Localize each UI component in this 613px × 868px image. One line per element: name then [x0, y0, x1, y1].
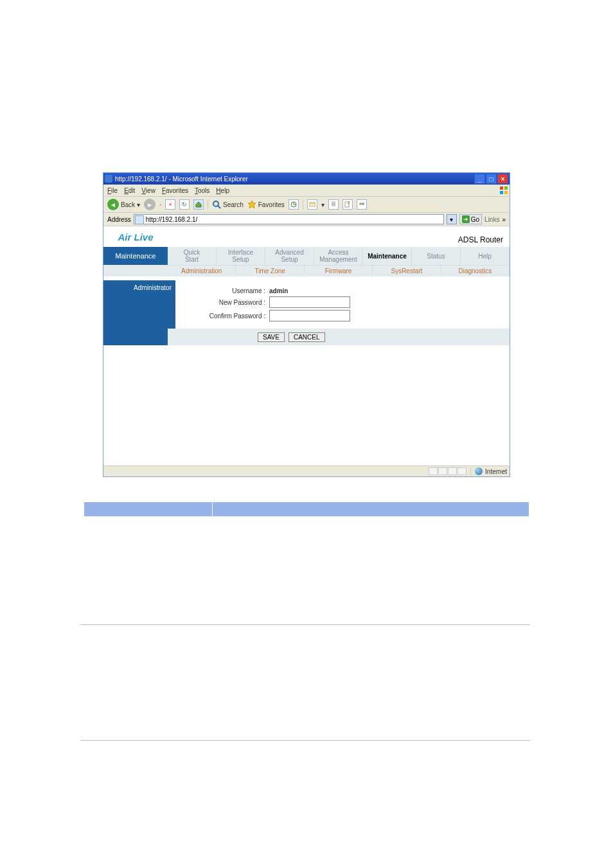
status-segments	[429, 467, 466, 475]
print-icon	[330, 201, 337, 208]
back-icon: ◄	[107, 199, 119, 210]
menu-file[interactable]: File	[107, 187, 118, 194]
window-titlebar: http://192.168.2.1/ - Microsoft Internet…	[103, 173, 510, 185]
chevron-right-icon[interactable]: »	[502, 216, 506, 223]
tab-interface-setup[interactable]: Interface Setup	[217, 247, 265, 265]
history-button[interactable]	[289, 199, 299, 210]
links-label[interactable]: Links	[484, 216, 499, 223]
brand-logo: Air Live	[103, 226, 168, 247]
menu-tools[interactable]: Tools	[195, 187, 209, 194]
svg-line-5	[218, 206, 220, 208]
go-arrow-icon: ➜	[462, 215, 470, 223]
save-button[interactable]: SAVE	[258, 332, 285, 342]
svg-rect-3	[504, 191, 508, 194]
menu-help[interactable]: Help	[216, 187, 229, 194]
maximize-button[interactable]: □	[486, 174, 497, 184]
sub-tabs: Administration Time Zone Firmware SysRes…	[168, 265, 510, 276]
confirm-password-input[interactable]	[269, 310, 350, 321]
forward-button[interactable]: ►	[144, 199, 155, 210]
subtab-diagnostics[interactable]: Diagnostics	[441, 266, 510, 276]
refresh-button[interactable]: ↻	[179, 199, 190, 210]
discuss-icon	[359, 201, 365, 208]
search-button[interactable]: Search	[212, 200, 244, 209]
subtab-firmware[interactable]: Firmware	[305, 266, 373, 276]
internet-zone-icon	[475, 467, 483, 475]
tab-access-management[interactable]: Access Management	[314, 247, 363, 265]
username-value: admin	[269, 287, 288, 294]
new-password-input[interactable]	[269, 296, 350, 308]
main-tabs: Quick Start Interface Setup Advanced Set…	[168, 247, 510, 265]
product-name: ADSL Router	[168, 226, 510, 247]
tab-maintenance[interactable]: Maintenance	[363, 247, 412, 265]
close-button[interactable]: ×	[497, 174, 508, 184]
svg-point-13	[362, 203, 364, 205]
chevron-down-icon[interactable]: ▾	[321, 201, 324, 208]
menu-edit[interactable]: Edit	[124, 187, 135, 194]
subtab-administration[interactable]: Administration	[168, 266, 236, 276]
admin-form: Username : admin New Password : Confirm …	[175, 280, 510, 329]
tab-help[interactable]: Help	[461, 247, 510, 265]
address-input[interactable]	[134, 214, 444, 224]
section-title: Maintenance	[103, 247, 168, 265]
search-icon	[212, 200, 221, 209]
address-bar: Address ▾ ➜ Go Links »	[103, 213, 510, 226]
svg-point-12	[359, 203, 362, 205]
go-button[interactable]: ➜ Go	[459, 214, 482, 224]
windows-logo-icon	[499, 186, 508, 195]
svg-rect-1	[504, 186, 508, 190]
username-label: Username :	[188, 287, 269, 294]
svg-rect-0	[500, 186, 503, 190]
address-label: Address	[107, 216, 131, 223]
status-bar: Internet	[103, 466, 510, 476]
tab-quick-start[interactable]: Quick Start	[168, 247, 217, 265]
confirm-password-label: Confirm Password :	[188, 312, 269, 320]
separator	[208, 199, 208, 210]
edit-icon	[344, 201, 351, 208]
subtab-sysrestart[interactable]: SysRestart	[373, 266, 441, 276]
page-icon	[135, 215, 144, 224]
stop-button[interactable]: ×	[165, 199, 175, 210]
horizontal-rule	[80, 740, 530, 741]
mail-button[interactable]	[307, 199, 317, 210]
history-icon	[290, 201, 297, 208]
subtab-time-zone[interactable]: Time Zone	[236, 266, 304, 276]
menu-favorites[interactable]: Favorites	[162, 187, 188, 194]
star-icon	[247, 200, 256, 209]
page-content: Air Live ADSL Router Maintenance Quick S…	[103, 226, 510, 466]
edit-button[interactable]	[342, 199, 353, 210]
address-dropdown-icon[interactable]: ▾	[447, 214, 457, 224]
svg-rect-2	[500, 191, 503, 194]
svg-rect-8	[332, 204, 335, 206]
home-button[interactable]	[193, 199, 204, 210]
tab-status[interactable]: Status	[412, 247, 461, 265]
browser-window: http://192.168.2.1/ - Microsoft Internet…	[103, 172, 510, 477]
menu-view[interactable]: View	[141, 187, 155, 194]
tab-advanced-setup[interactable]: Advanced Setup	[265, 247, 314, 265]
table-header-cell	[213, 502, 529, 517]
svg-point-4	[213, 201, 218, 206]
separator: ·	[159, 201, 161, 208]
home-icon	[195, 201, 202, 208]
chevron-down-icon: ▾	[137, 201, 140, 208]
minimize-button[interactable]: _	[474, 174, 485, 184]
svg-rect-9	[332, 202, 335, 204]
doc-table	[84, 502, 529, 570]
discuss-button[interactable]	[357, 199, 367, 210]
ie-icon	[105, 175, 112, 183]
favorites-button[interactable]: Favorites	[247, 200, 285, 209]
panel-title: Administrator	[103, 280, 175, 329]
mail-icon	[309, 201, 315, 208]
menu-bar: File Edit View Favorites Tools Help	[103, 185, 510, 197]
browser-toolbar: ◄ Back ▾ ► · × ↻ Search Favorites	[103, 197, 510, 213]
horizontal-rule	[80, 624, 530, 625]
window-title: http://192.168.2.1/ - Microsoft Internet…	[115, 176, 248, 183]
back-button[interactable]: ◄ Back ▾	[107, 199, 140, 210]
print-button[interactable]	[328, 199, 339, 210]
separator	[303, 199, 303, 210]
status-zone: Internet	[485, 468, 507, 475]
new-password-label: New Password :	[188, 299, 269, 306]
cancel-button[interactable]: CANCEL	[289, 332, 325, 342]
table-header-cell	[84, 502, 213, 517]
